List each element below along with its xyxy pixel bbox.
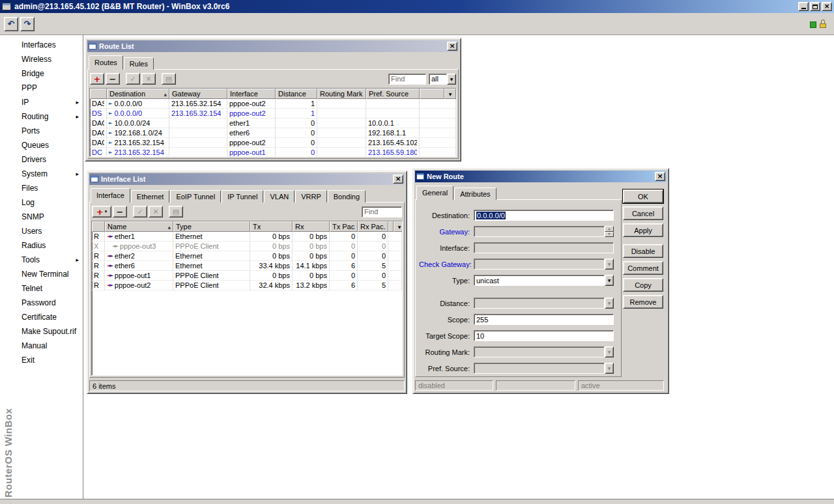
disable-interface-button[interactable]: ✕ — [149, 206, 163, 217]
field-input-destination[interactable]: 0.0.0.0/0 — [474, 210, 614, 221]
close-button[interactable]: × — [393, 175, 403, 184]
column-header-distance[interactable]: Distance — [276, 89, 317, 99]
add-interface-button[interactable]: + ▾ — [92, 206, 111, 217]
route-list-tab-routes[interactable]: Routes — [89, 55, 123, 70]
field-input-routing-mark[interactable] — [474, 346, 605, 357]
interface-row[interactable]: R◄►ether2Ethernet0 bps0 bps00 — [92, 251, 402, 261]
field-input-gateway[interactable] — [474, 226, 605, 237]
column-header-tx-pac[interactable]: Tx Pac... — [330, 221, 358, 232]
cancel-button[interactable]: Cancel — [623, 206, 663, 220]
interface-list-tab-interface[interactable]: Interface — [91, 188, 130, 203]
interface-list-tab-eoip-tunnel[interactable]: EoIP Tunnel — [170, 190, 221, 203]
route-find-input[interactable]: Find — [388, 74, 426, 85]
route-row[interactable]: DAS►0.0.0.0/0213.165.32.154pppoe-out21 — [90, 99, 456, 109]
sidebar-item-ppp[interactable]: PPP — [16, 81, 83, 95]
route-row[interactable]: DAC►192.168.1.0/24ether60192.168.1.1 — [90, 128, 456, 138]
field-label-gateway[interactable]: Gateway: — [419, 228, 474, 236]
remove-interface-button[interactable]: − — [113, 206, 127, 217]
new-route-tab-attributes[interactable]: Attributes — [454, 188, 496, 200]
comment-button[interactable]: Comment — [623, 261, 663, 275]
field-input-type[interactable]: unicast — [474, 275, 605, 286]
interface-row[interactable]: R◄►pppoe-out1PPPoE Client0 bps0 bps00 — [92, 271, 402, 281]
add-route-button[interactable]: + — [90, 73, 104, 85]
field-label-check-gateway[interactable]: Check Gateway: — [419, 260, 474, 268]
route-row[interactable]: DC►213.165.32.154pppoe-out10213.165.59.1… — [90, 148, 456, 157]
apply-button[interactable]: Apply — [623, 223, 663, 237]
updown-buttons-gateway[interactable]: ▲▼ — [605, 226, 614, 237]
minimize-button[interactable] — [798, 2, 809, 11]
column-header-gateway[interactable]: Gateway — [169, 89, 227, 99]
interface-list-tab-bonding[interactable]: Bonding — [328, 190, 366, 203]
sidebar-item-tools[interactable]: Tools▸ — [16, 253, 83, 267]
dropdown-button-type[interactable]: ▼ — [605, 275, 614, 286]
disable-button[interactable]: Disable — [623, 244, 663, 258]
route-row[interactable]: DAC►10.0.0.0/24ether1010.0.0.1 — [90, 119, 456, 128]
sidebar-item-drivers[interactable]: Drivers — [16, 152, 83, 167]
column-header-rx-pac[interactable]: Rx Pac... — [358, 221, 388, 232]
dropdown-button-routing-mark[interactable]: ▼ — [605, 346, 614, 357]
sidebar-item-radius[interactable]: Radius — [16, 238, 83, 253]
field-input-scope[interactable]: 255 — [474, 314, 614, 325]
close-button[interactable]: × — [447, 42, 457, 51]
sidebar-item-password[interactable]: Password — [16, 296, 83, 310]
interface-row[interactable]: R◄►ether6Ethernet33.4 kbps14.1 kbps65 — [92, 261, 402, 271]
ok-button[interactable]: OK — [623, 189, 663, 203]
sidebar-item-ip[interactable]: IP▸ — [16, 95, 83, 109]
field-input-target-scope[interactable]: 10 — [474, 330, 614, 341]
sidebar-item-manual[interactable]: Manual — [16, 339, 83, 353]
interface-list-tab-vlan[interactable]: VLAN — [264, 190, 295, 203]
dropdown-button-check-gateway[interactable]: ▼ — [605, 259, 614, 270]
sidebar-item-queues[interactable]: Queues — [16, 138, 83, 152]
comment-route-button[interactable]: ▤ — [162, 73, 176, 85]
remove-route-button[interactable]: − — [106, 73, 120, 85]
column-header-rx[interactable]: Rx — [293, 221, 330, 232]
sidebar-item-wireless[interactable]: Wireless — [16, 52, 83, 66]
column-menu-button[interactable]: ▼ — [444, 89, 456, 99]
dropdown-button-pref-source[interactable]: ▼ — [605, 363, 614, 374]
interface-find-input[interactable]: Find — [362, 206, 402, 217]
interface-row[interactable]: R◄►ether1Ethernet0 bps0 bps00 — [92, 232, 402, 242]
app-titlebar[interactable]: admin@213.165.45.102 (B&B MT Router) - W… — [0, 0, 834, 13]
interface-list-tab-ip-tunnel[interactable]: IP Tunnel — [222, 190, 263, 203]
sidebar-item-make-supout-rif[interactable]: Make Supout.rif — [16, 324, 83, 339]
interface-row[interactable]: R◄►pppoe-out2PPPoE Client32.4 kbps13.2 k… — [92, 281, 402, 290]
interface-list-titlebar[interactable]: Interface List × — [89, 173, 405, 185]
column-menu-button[interactable]: ▼ — [394, 221, 403, 232]
column-header-pref-source[interactable]: Pref. Source — [366, 89, 420, 99]
route-row[interactable]: DS►0.0.0.0/0213.165.32.154pppoe-out21 — [90, 109, 456, 119]
sidebar-item-system[interactable]: System▸ — [16, 167, 83, 181]
sidebar-item-users[interactable]: Users — [16, 224, 83, 238]
route-filter-select[interactable]: all — [429, 74, 447, 85]
column-header-destination[interactable]: Destination▲ — [107, 89, 169, 99]
remove-button[interactable]: Remove — [623, 295, 663, 309]
disable-route-button[interactable]: ✕ — [141, 73, 156, 85]
enable-route-button[interactable]: ✓ — [126, 73, 140, 85]
field-input-interface[interactable] — [474, 242, 614, 253]
column-header-name[interactable]: Name▲ — [105, 221, 173, 232]
sidebar-item-bridge[interactable]: Bridge — [16, 66, 83, 81]
sidebar-item-ports[interactable]: Ports — [16, 124, 83, 138]
interface-list-tab-vrrp[interactable]: VRRP — [295, 190, 327, 203]
column-header-routing-mark[interactable]: Routing Mark — [317, 89, 366, 99]
column-header-tx[interactable]: Tx — [250, 221, 293, 232]
dropdown-button-distance[interactable]: ▼ — [605, 298, 614, 309]
sidebar-item-new-terminal[interactable]: New Terminal — [16, 267, 83, 281]
route-filter-dropdown-button[interactable]: ▼ — [447, 74, 456, 85]
close-button[interactable]: × — [822, 2, 832, 11]
field-input-pref-source[interactable] — [474, 363, 605, 374]
sidebar-item-exit[interactable]: Exit — [16, 353, 83, 367]
interface-list-tab-ethernet[interactable]: Ethernet — [131, 190, 170, 203]
sidebar-item-interfaces[interactable]: Interfaces — [16, 38, 83, 52]
field-input-distance[interactable] — [474, 298, 605, 309]
interface-row[interactable]: X◄►pppoe-out3PPPoE Client0 bps0 bps00 — [92, 242, 402, 251]
comment-interface-button[interactable]: ▤ — [169, 206, 183, 217]
sidebar-item-telnet[interactable]: Telnet — [16, 281, 83, 296]
copy-button[interactable]: Copy — [623, 278, 663, 292]
enable-interface-button[interactable]: ✓ — [133, 206, 147, 217]
sidebar-item-files[interactable]: Files — [16, 181, 83, 195]
maximize-button[interactable] — [810, 2, 820, 11]
field-input-check-gateway[interactable] — [474, 259, 605, 270]
close-button[interactable]: × — [655, 172, 665, 181]
sidebar-item-log[interactable]: Log — [16, 195, 83, 210]
route-list-titlebar[interactable]: Route List × — [87, 40, 459, 52]
